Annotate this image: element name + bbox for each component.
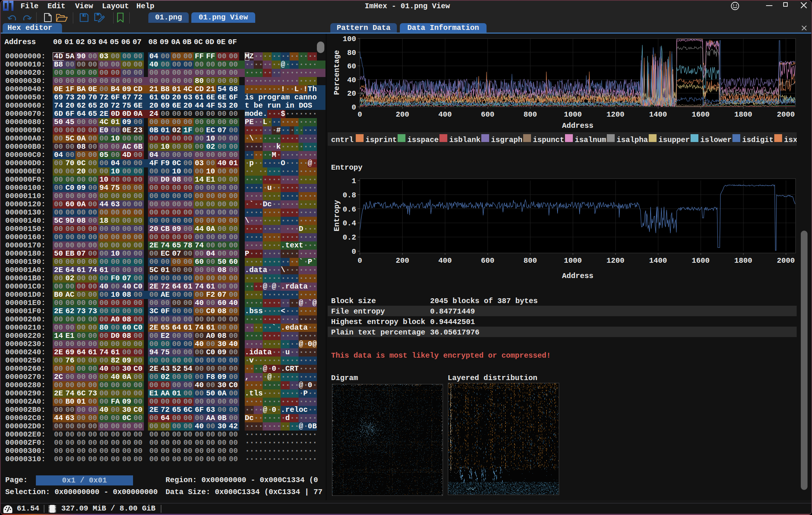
svg-text:1000: 1000 bbox=[564, 256, 582, 265]
svg-text:60: 60 bbox=[347, 62, 356, 71]
svg-text:Highest entropy block: Highest entropy block bbox=[331, 318, 425, 326]
svg-text:isgraph: isgraph bbox=[491, 136, 522, 144]
svg-text:Digram: Digram bbox=[331, 374, 358, 382]
svg-text:1600: 1600 bbox=[692, 110, 710, 119]
svg-text:1800: 1800 bbox=[734, 110, 752, 119]
svg-text:200: 200 bbox=[396, 110, 409, 119]
svg-text:20: 20 bbox=[347, 89, 356, 98]
svg-text:0: 0 bbox=[358, 256, 362, 265]
svg-text:80: 80 bbox=[347, 49, 356, 57]
svg-text:Entropy: Entropy bbox=[333, 200, 341, 231]
svg-text:cntrl: cntrl bbox=[331, 136, 353, 144]
svg-text:400: 400 bbox=[438, 256, 452, 265]
svg-text:800: 800 bbox=[524, 256, 537, 265]
svg-text:Address: Address bbox=[562, 121, 593, 130]
svg-text:0: 0 bbox=[352, 247, 356, 256]
svg-text:ispunct: ispunct bbox=[533, 136, 564, 144]
svg-text:800: 800 bbox=[524, 110, 537, 119]
svg-text:0.4: 0.4 bbox=[343, 219, 356, 228]
svg-text:Block size: Block size bbox=[331, 297, 376, 305]
svg-text:1: 1 bbox=[352, 177, 356, 185]
svg-text:0.94442501: 0.94442501 bbox=[430, 318, 475, 326]
svg-text:Address: Address bbox=[562, 272, 593, 280]
svg-text:isspace: isspace bbox=[407, 136, 439, 144]
svg-text:Layered distribution: Layered distribution bbox=[448, 374, 537, 382]
svg-text:Plain text percentage: Plain text percentage bbox=[331, 328, 425, 337]
svg-text:This data is most likely encry: This data is most likely encrypted or co… bbox=[331, 351, 551, 360]
svg-text:1400: 1400 bbox=[649, 256, 667, 265]
svg-text:isprint: isprint bbox=[365, 136, 397, 144]
svg-text:Percentage: Percentage bbox=[333, 50, 341, 95]
svg-text:600: 600 bbox=[481, 110, 494, 119]
svg-text:40: 40 bbox=[347, 76, 356, 84]
svg-text:1800: 1800 bbox=[734, 256, 752, 265]
svg-text:36.05617976: 36.05617976 bbox=[430, 328, 479, 337]
svg-text:0.8: 0.8 bbox=[343, 191, 356, 200]
svg-text:600: 600 bbox=[481, 256, 494, 265]
svg-text:0.84771449: 0.84771449 bbox=[430, 307, 475, 316]
svg-text:1000: 1000 bbox=[564, 110, 582, 119]
svg-text:islower: islower bbox=[700, 136, 732, 144]
svg-text:isdigit: isdigit bbox=[742, 136, 774, 144]
svg-text:isalnum: isalnum bbox=[575, 136, 606, 144]
svg-text:2045 blocks of 387 bytes: 2045 blocks of 387 bytes bbox=[430, 297, 538, 305]
svg-text:0.6: 0.6 bbox=[343, 205, 356, 214]
svg-text:2000: 2000 bbox=[777, 256, 795, 265]
svg-text:Entropy: Entropy bbox=[331, 163, 362, 172]
svg-text:400: 400 bbox=[438, 110, 452, 119]
svg-text:2000: 2000 bbox=[777, 110, 795, 119]
svg-text:0.2: 0.2 bbox=[343, 233, 356, 242]
svg-text:100: 100 bbox=[343, 35, 356, 43]
svg-text:200: 200 bbox=[396, 256, 409, 265]
svg-text:1400: 1400 bbox=[649, 110, 667, 119]
svg-text:File entropy: File entropy bbox=[331, 307, 385, 316]
svg-text:isxdigit: isxdigit bbox=[784, 136, 812, 144]
svg-text:isupper: isupper bbox=[658, 136, 690, 144]
svg-text:isalpha: isalpha bbox=[617, 136, 648, 144]
svg-text:1200: 1200 bbox=[606, 256, 624, 265]
svg-text:1200: 1200 bbox=[606, 110, 624, 119]
svg-text:1600: 1600 bbox=[692, 256, 710, 265]
svg-text:isblank: isblank bbox=[449, 136, 481, 144]
svg-text:0: 0 bbox=[352, 103, 356, 112]
svg-text:0: 0 bbox=[358, 110, 362, 119]
